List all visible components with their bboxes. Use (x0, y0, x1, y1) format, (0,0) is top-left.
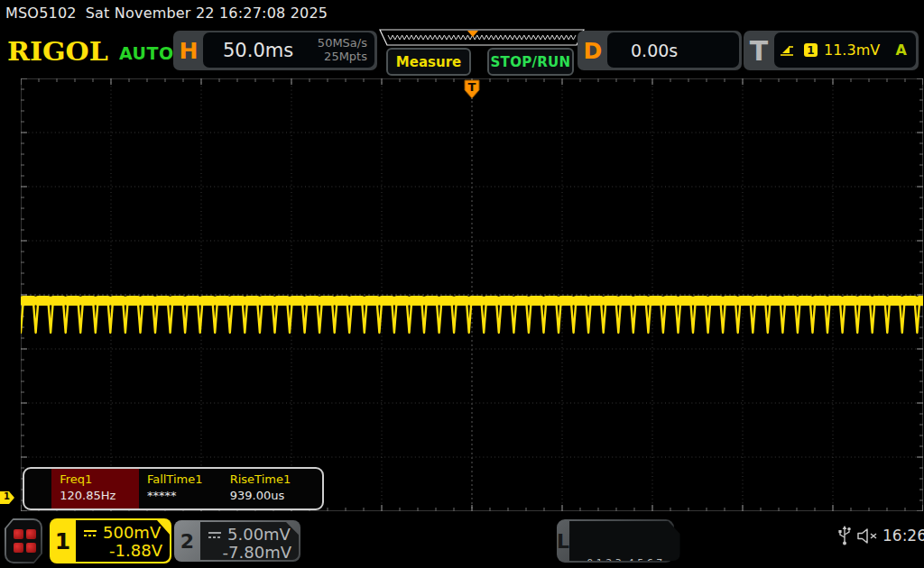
speaker-muted-icon[interactable] (857, 528, 881, 544)
titlebar: MSO5102Sat November 22 16:27:08 2025 (5, 5, 328, 22)
measurement-item-falltime1[interactable]: FallTime1 ***** (139, 469, 222, 508)
channel1-panel[interactable]: 1 500mV -1.88V (50, 518, 171, 563)
trigger-slope-icon (780, 44, 795, 57)
bottom-bar: 1 500mV -1.88V 2 (0, 514, 924, 568)
memory-depth: 25Mpts (318, 50, 367, 63)
measurement-item-risetime1[interactable]: RiseTime1 939.00us (222, 469, 322, 508)
trigger-position-marker[interactable]: T (464, 79, 480, 99)
horizontal-label: H (173, 31, 204, 70)
dc-coupling-icon (83, 529, 97, 537)
channel1-offset: -1.88V (81, 541, 162, 560)
clock: 16:26 (882, 527, 924, 545)
channel2-panel[interactable]: 2 5.00mV -7.80mV (174, 520, 300, 562)
acquisition-mode-label: AUTO (119, 43, 174, 63)
delay-label: D (578, 31, 608, 70)
measurement-item-freq1[interactable]: Freq1 120.85Hz (51, 469, 139, 508)
logic-tab: L (557, 519, 569, 563)
model-name: MSO5102 (5, 5, 77, 22)
timebase-value: 50.0ms (223, 40, 293, 61)
app-grid-icon (6, 520, 41, 562)
usb-icon (837, 525, 852, 546)
measurement-box: Freq1 120.85Hz FallTime1 ***** RiseTime1… (23, 467, 324, 510)
channel2-offset: -7.80mV (206, 543, 291, 562)
memory-waveform-icon[interactable] (377, 29, 587, 47)
channel2-scale: 5.00mV (227, 525, 291, 544)
trigger-sweep-mode: A (896, 41, 907, 59)
logic-analyzer-panel[interactable]: L 0 1 2 3 4 5 6 7 8 9 10 11 12 13 14 15 (557, 519, 674, 563)
trigger-panel[interactable]: T 1 11.3mV A (744, 31, 919, 70)
graticule: T 1 Freq1 120.85Hz FallTime1 ***** RiseT… (21, 78, 923, 511)
windows-button[interactable] (5, 518, 42, 563)
stop-run-button[interactable]: STOP/RUN (487, 48, 574, 76)
rigol-logo: RIGOL (7, 37, 108, 67)
channel1-scale: 500mV (103, 523, 161, 542)
channel1-tab: 1 (50, 518, 76, 563)
channel1-offset-marker[interactable]: 1 (0, 491, 15, 504)
trigger-level-value: 11.3mV (824, 41, 880, 59)
delay-panel[interactable]: D 0.00s (578, 31, 742, 70)
channel2-tab: 2 (174, 520, 200, 562)
delay-value: 0.00s (631, 41, 678, 60)
header: RIGOL AUTO H 50.0ms 50MSa/s 25Mpts Measu… (0, 27, 924, 76)
trigger-label: T (744, 31, 774, 70)
dc-coupling-icon (208, 531, 222, 539)
measure-button[interactable]: Measure (386, 48, 471, 76)
ch1-waveform (21, 78, 923, 511)
horizontal-panel[interactable]: H 50.0ms 50MSa/s 25Mpts (173, 31, 377, 70)
oscilloscope-screen: MSO5102Sat November 22 16:27:08 2025 RIG… (0, 0, 924, 568)
trigger-source-badge: 1 (804, 43, 818, 57)
sample-rate: 50MSa/s (318, 37, 367, 50)
datetime: Sat November 22 16:27:08 2025 (86, 5, 328, 22)
logic-channels-row1: 0 1 2 3 4 5 6 7 (569, 556, 679, 568)
